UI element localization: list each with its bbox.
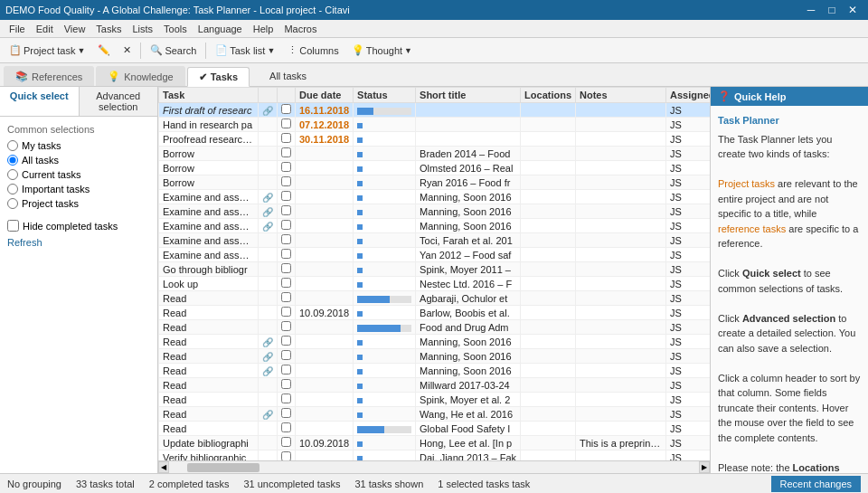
cell-checkbox[interactable] — [278, 364, 296, 378]
menu-edit[interactable]: Edit — [31, 22, 59, 36]
cell-checkbox[interactable] — [278, 233, 296, 248]
cell-checkbox[interactable] — [278, 219, 296, 233]
table-row[interactable]: ReadGlobal Food Safety IJS — [159, 422, 711, 436]
hide-completed-checkbox[interactable]: Hide completed tasks — [7, 220, 150, 232]
cell-checkbox[interactable] — [278, 393, 296, 407]
recent-changes-button[interactable]: Recent changes — [771, 476, 862, 492]
col-locations[interactable]: Locations — [521, 88, 576, 103]
search-button[interactable]: 🔍 Search — [145, 41, 202, 61]
menu-help[interactable]: Help — [248, 22, 279, 36]
quick-help-header[interactable]: ❓ Quick Help — [711, 87, 868, 106]
cell-checkbox[interactable] — [278, 262, 296, 277]
table-row[interactable]: ReadMillward 2017-03-24JS — [159, 378, 711, 393]
table-row[interactable]: Read🔗Manning, Soon 2016JS — [159, 335, 711, 349]
cell-checkbox[interactable] — [278, 103, 296, 118]
cell-checkbox[interactable] — [278, 436, 296, 450]
table-row[interactable]: Read10.09.2018Barlow, Boobis et al.JS — [159, 306, 711, 320]
table-row[interactable]: Proofread research p30.11.2018JS — [159, 132, 711, 147]
close-button[interactable]: ✕ — [843, 2, 863, 18]
refresh-link[interactable]: Refresh — [7, 237, 150, 248]
cell-checkbox[interactable] — [278, 335, 296, 349]
cell-checkbox[interactable] — [278, 349, 296, 364]
col-short-title[interactable]: Short title — [416, 88, 521, 103]
table-row[interactable]: Examine and assess🔗Manning, Soon 2016JS — [159, 204, 711, 219]
menu-tasks[interactable]: Tasks — [90, 22, 127, 36]
cell-checkbox[interactable] — [278, 204, 296, 219]
columns-button[interactable]: ⋮ Columns — [282, 41, 344, 61]
cell-checkbox[interactable] — [278, 277, 296, 291]
cell-checkbox[interactable] — [278, 407, 296, 422]
maximize-button[interactable]: □ — [822, 2, 842, 18]
radio-all-tasks[interactable]: All tasks — [7, 155, 150, 166]
cell-checkbox[interactable] — [278, 190, 296, 204]
table-row[interactable]: First draft of researc🔗16.11.2018JS — [159, 103, 711, 118]
table-row[interactable]: BorrowRyan 2016 – Food frJS — [159, 175, 711, 190]
table-row[interactable]: Examine and assessYan 2012 – Food safJS — [159, 248, 711, 262]
table-row[interactable]: ReadSpink, Moyer et al. 2JS — [159, 393, 711, 407]
minimize-button[interactable]: ─ — [801, 2, 821, 18]
cell-checkbox[interactable] — [278, 320, 296, 335]
tab-knowledge[interactable]: 💡 Knowledge — [96, 66, 184, 86]
cell-checkbox[interactable] — [278, 175, 296, 190]
col-due[interactable]: Due date — [296, 88, 354, 103]
cell-checkbox[interactable] — [278, 378, 296, 393]
col-status[interactable]: Status — [354, 88, 416, 103]
scroll-right-arrow[interactable]: ▶ — [699, 461, 710, 473]
table-row[interactable]: Go through bibliogrSpink, Moyer 2011 –JS — [159, 262, 711, 277]
menu-view[interactable]: View — [59, 22, 91, 36]
scroll-thumb[interactable] — [187, 463, 259, 472]
col-notes[interactable]: Notes — [576, 88, 666, 103]
horizontal-scrollbar[interactable]: ◀ ▶ — [158, 460, 710, 473]
table-row[interactable]: Read🔗Manning, Soon 2016JS — [159, 349, 711, 364]
tab-tasks[interactable]: ✔ Tasks — [187, 67, 250, 87]
cell-notes — [576, 233, 666, 248]
table-row[interactable]: Examine and assess🔗Manning, Soon 2016JS — [159, 219, 711, 233]
task-list-button[interactable]: 📄 Task list ▼ — [210, 41, 280, 61]
table-row[interactable]: ReadAgbaraji, Ochulor etJS — [159, 291, 711, 306]
cell-checkbox[interactable] — [278, 306, 296, 320]
table-row[interactable]: BorrowBraden 2014 – FoodJS — [159, 147, 711, 161]
advanced-selection-tab[interactable]: Advanced selection — [80, 87, 158, 116]
table-row[interactable]: Look upNestec Ltd. 2016 – FJS — [159, 277, 711, 291]
quick-select-tab[interactable]: Quick select — [0, 87, 80, 116]
col-task[interactable]: Task — [159, 88, 259, 103]
table-row[interactable]: Read🔗Manning, Soon 2016JS — [159, 364, 711, 378]
table-row[interactable]: Update bibliographi10.09.2018Hong, Lee e… — [159, 436, 711, 450]
table-row[interactable]: Read🔗Wang, He et al. 2016JS — [159, 407, 711, 422]
table-row[interactable]: Hand in research pa07.12.2018JS — [159, 118, 711, 132]
thought-button[interactable]: 💡 Thought ▼ — [346, 41, 418, 61]
edit-button[interactable]: ✏️ — [92, 41, 116, 61]
tab-references[interactable]: 📚 References — [4, 66, 94, 86]
cell-checkbox[interactable] — [278, 291, 296, 306]
menu-macros[interactable]: Macros — [278, 22, 322, 36]
table-row[interactable]: BorrowOlmsted 2016 – RealJS — [159, 161, 711, 175]
cell-checkbox[interactable] — [278, 132, 296, 147]
col-check[interactable] — [278, 88, 296, 103]
menu-language[interactable]: Language — [193, 22, 248, 36]
table-row[interactable]: Examine and assessToci, Farah et al. 201… — [159, 233, 711, 248]
col-assigned[interactable]: Assigned to — [666, 88, 710, 103]
cell-checkbox[interactable] — [278, 147, 296, 161]
cell-checkbox[interactable] — [278, 118, 296, 132]
selection-body: Common selections My tasks All tasks Cur… — [0, 117, 157, 473]
col-link[interactable] — [259, 88, 278, 103]
cell-checkbox[interactable] — [278, 450, 296, 461]
project-task-button[interactable]: 📋 Project task ▼ — [4, 41, 90, 61]
cell-checkbox[interactable] — [278, 422, 296, 436]
radio-current-tasks[interactable]: Current tasks — [7, 169, 150, 180]
radio-my-tasks[interactable]: My tasks — [7, 140, 150, 151]
menu-tools[interactable]: Tools — [158, 22, 193, 36]
table-row[interactable]: Verify bibliographicDai, Jiang 2013 – Fa… — [159, 450, 711, 461]
radio-project-tasks[interactable]: Project tasks — [7, 198, 150, 209]
radio-important-tasks[interactable]: Important tasks — [7, 184, 150, 194]
scroll-left-arrow[interactable]: ◀ — [158, 461, 169, 473]
table-row[interactable]: Examine and assess🔗Manning, Soon 2016JS — [159, 190, 711, 204]
cell-checkbox[interactable] — [278, 161, 296, 175]
tabstrip: 📚 References 💡 Knowledge ✔ Tasks All tas… — [0, 63, 868, 87]
cell-checkbox[interactable] — [278, 248, 296, 262]
delete-button[interactable]: ✕ — [118, 41, 137, 61]
menu-lists[interactable]: Lists — [127, 22, 158, 36]
scroll-track[interactable] — [169, 461, 699, 473]
menu-file[interactable]: File — [4, 22, 31, 36]
table-row[interactable]: ReadFood and Drug AdmJS — [159, 320, 711, 335]
